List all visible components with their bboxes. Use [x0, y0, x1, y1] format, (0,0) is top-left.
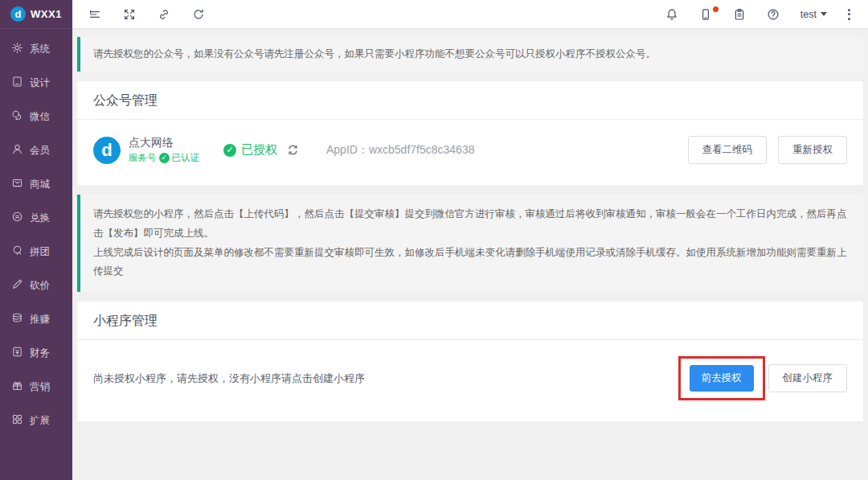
sidebar-item-label: 拼团: [30, 245, 50, 259]
authorized-label: 已授权: [241, 142, 277, 158]
miniapp-hint-text: 尚未授权小程序，请先授权，没有小程序请点击创建小程序: [93, 371, 365, 386]
section-title-official: 公众号管理: [77, 81, 863, 120]
sidebar-item-system[interactable]: 系统: [0, 32, 72, 66]
official-account-notice: 请先授权您的公众号，如果没有公众号请先注册公众号，如果只需要小程序功能不想要公众…: [77, 37, 863, 72]
miniapp-actions: 前去授权 创建小程序: [678, 356, 848, 400]
account-meta: 点大网络 服务号 ✓ 已认证: [129, 136, 199, 164]
sidebar-item-label: 财务: [30, 347, 50, 360]
authorized-check-icon: ✓: [223, 144, 236, 157]
person-icon: [11, 143, 23, 158]
account-sub-info: 服务号 ✓ 已认证: [129, 152, 199, 164]
tablet-design-icon: [11, 76, 23, 90]
username: test: [800, 9, 817, 20]
collapse-sidebar-icon[interactable]: [88, 8, 101, 21]
action-highlight-box: 前去授权: [678, 356, 765, 400]
sidebar: d WXX1 系统 设计 微信 会员 商城: [0, 0, 72, 480]
sidebar-item-member[interactable]: 会员: [0, 133, 72, 167]
chevron-down-icon: [821, 12, 827, 16]
account-name: 点大网络: [129, 136, 199, 150]
user-menu[interactable]: test: [800, 9, 827, 20]
link-icon[interactable]: [158, 8, 170, 21]
section-title-miniapp: 小程序管理: [77, 302, 863, 340]
app-logo[interactable]: d WXX1: [0, 0, 72, 29]
certified-label: 已认证: [172, 152, 200, 164]
group-buy-icon: [11, 244, 23, 259]
top-toolbar: test: [72, 0, 868, 29]
miniapp-card: 小程序管理 尚未授权小程序，请先授权，没有小程序请点击创建小程序 前去授权 创建…: [77, 302, 863, 421]
official-account-row: d 点大网络 服务号 ✓ 已认证 ✓ 已授权: [77, 120, 863, 185]
mall-envelope-icon: [11, 177, 23, 191]
sidebar-item-label: 微信: [30, 110, 50, 124]
account-avatar: d: [93, 137, 121, 164]
notice-line-1: 请先授权您的小程序，然后点击【上传代码】，然后点击【提交审核】提交到微信官方进行…: [93, 205, 850, 244]
sidebar-item-mall[interactable]: 商城: [0, 167, 72, 201]
sidebar-item-extension[interactable]: 扩展: [0, 404, 72, 437]
sidebar-item-label: 商城: [30, 178, 50, 191]
fullscreen-icon[interactable]: [123, 8, 136, 21]
miniapp-notice: 请先授权您的小程序，然后点击【上传代码】，然后点击【提交审核】提交到微信官方进行…: [77, 195, 863, 292]
mobile-preview-icon[interactable]: [699, 8, 712, 21]
sidebar-item-promote[interactable]: 推赚: [0, 302, 72, 336]
appid-text: AppID：wxcb5df7f5c8c34638: [326, 143, 474, 158]
sidebar-item-wechat[interactable]: 微信: [0, 100, 72, 133]
sidebar-item-label: 兑换: [30, 211, 50, 225]
authorized-status: ✓ 已授权: [223, 142, 277, 158]
miniapp-row: 尚未授权小程序，请先授权，没有小程序请点击创建小程序 前去授权 创建小程序: [77, 340, 863, 421]
bargain-knife-icon: [11, 278, 23, 293]
sidebar-item-label: 推赚: [30, 313, 50, 326]
sidebar-item-finance[interactable]: 财务: [0, 336, 72, 370]
exchange-coin-icon: [11, 211, 23, 225]
page-content: 请先授权您的公众号，如果没有公众号请先注册公众号，如果只需要小程序功能不想要公众…: [72, 29, 868, 480]
create-miniapp-button[interactable]: 创建小程序: [768, 364, 848, 392]
view-qrcode-button[interactable]: 查看二维码: [688, 136, 768, 164]
sidebar-item-design[interactable]: 设计: [0, 66, 72, 100]
official-account-card: 公众号管理 d 点大网络 服务号 ✓ 已认证 ✓ 已授权: [77, 81, 863, 185]
notice-text: 请先授权您的公众号，如果没有公众号请先注册公众号，如果只需要小程序功能不想要公众…: [93, 48, 656, 59]
certified-check-icon: ✓: [159, 153, 170, 163]
go-authorize-button[interactable]: 前去授权: [690, 365, 754, 392]
toolbar-right-group: test: [645, 8, 850, 21]
sidebar-item-label: 系统: [30, 43, 50, 56]
clipboard-icon[interactable]: [733, 8, 746, 21]
grid-extension-icon: [11, 413, 23, 428]
reauthorize-button[interactable]: 重新授权: [778, 136, 847, 164]
sidebar-item-groupbuy[interactable]: 拼团: [0, 235, 72, 269]
refresh-icon[interactable]: [192, 8, 205, 21]
sidebar-item-bargain[interactable]: 砍价: [0, 269, 72, 302]
gift-icon: [11, 379, 23, 394]
appid-label: AppID：: [326, 143, 369, 156]
wechat-bubbles-icon: [11, 109, 23, 124]
finance-yuan-icon: [11, 346, 23, 360]
sidebar-item-exchange[interactable]: 兑换: [0, 201, 72, 235]
account-type-label: 服务号: [129, 152, 157, 164]
refresh-auth-icon[interactable]: [287, 144, 299, 156]
official-account-actions: 查看二维码 重新授权: [688, 136, 848, 164]
app-window: d WXX1 系统 设计 微信 会员 商城: [0, 0, 868, 480]
notice-line-2: 上线完成后设计的页面及菜单的修改都不需要重新提交审核即可生效，如修改后手机端未变…: [93, 244, 850, 282]
app-title: WXX1: [31, 8, 62, 20]
sidebar-item-label: 会员: [30, 144, 50, 158]
sidebar-menu: 系统 设计 微信 会员 商城 兑换: [0, 29, 72, 437]
sidebar-item-label: 营销: [30, 380, 50, 394]
help-icon[interactable]: [767, 8, 780, 21]
gear-icon: [11, 42, 23, 56]
sidebar-item-label: 砍价: [30, 279, 50, 293]
main-area: test 请先授权您的公众号，如果没有公众号请先注册公众号，如果只需要小程序功能…: [72, 0, 868, 480]
appid-value: wxcb5df7f5c8c34638: [369, 143, 475, 156]
coins-stack-icon: [11, 312, 23, 326]
notification-bell-icon[interactable]: [665, 8, 678, 21]
sidebar-item-label: 设计: [30, 76, 50, 90]
notification-badge: [713, 6, 719, 12]
brand-logo-icon: d: [10, 6, 26, 22]
sidebar-item-marketing[interactable]: 营销: [0, 370, 72, 404]
more-options-icon[interactable]: [848, 9, 850, 20]
sidebar-item-label: 扩展: [30, 414, 50, 428]
